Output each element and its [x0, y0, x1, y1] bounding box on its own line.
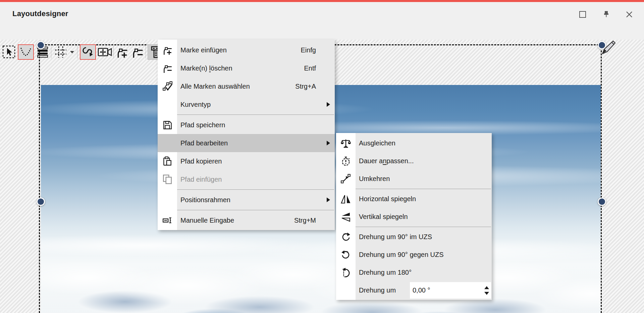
submenu-arrow-icon — [327, 197, 330, 202]
pfad-bearbeiten-submenu: Ausgleichen Dauer anpassen... Umkehren H… — [336, 133, 492, 300]
menu-item-label: Dauer anpassen... — [356, 157, 414, 165]
menu-item-label: Positionsrahmen — [177, 196, 230, 204]
maximize-button[interactable] — [578, 9, 588, 19]
scales-icon — [341, 138, 351, 148]
marker-add-button[interactable] — [115, 44, 129, 60]
camera-pan-button[interactable] — [97, 44, 113, 60]
chevron-down-icon — [70, 51, 74, 53]
menu-separator — [336, 226, 492, 228]
menu-item-pfad-kopieren[interactable]: Pfad kopieren — [158, 152, 335, 170]
grid-dropdown-button[interactable] — [68, 44, 76, 60]
reverse-path-icon — [341, 174, 351, 184]
pin-icon — [602, 10, 610, 18]
menu-shortcut: Strg+M — [294, 217, 316, 224]
save-icon — [162, 120, 172, 130]
toolbar: Zeitmarke: 0 s — [0, 21, 644, 40]
close-icon — [625, 10, 633, 18]
layoutdesigner-window: Layoutdesigner — [0, 0, 644, 313]
menu-separator — [158, 114, 335, 116]
keyframe-menu: Marke einfügen Einfg Marke(n) löschen En… — [158, 40, 335, 230]
marker-remove-icon — [162, 63, 172, 73]
close-button[interactable] — [624, 9, 634, 19]
menu-separator — [158, 188, 335, 191]
menu-item-label: Alle Marken auswählen — [177, 83, 250, 90]
menu-item-kurventyp[interactable]: Kurventyp — [158, 95, 335, 114]
window-title: Layoutdesigner — [12, 9, 68, 18]
stopwatch-icon — [341, 156, 351, 166]
copy-icon — [162, 156, 172, 166]
menu-item-label: Manuelle Eingabe — [177, 217, 234, 224]
spinner-down-icon[interactable] — [484, 292, 489, 295]
menu-item-label: Pfad speichern — [177, 121, 225, 129]
submenu-item-vertikal-spiegeln[interactable]: Vertikal spiegeln — [336, 208, 492, 226]
menu-item-label: Drehung um 180° — [356, 269, 412, 276]
marker-add-icon — [116, 46, 128, 58]
title-bar: Layoutdesigner — [0, 0, 644, 21]
menu-shortcut: Strg+A — [295, 83, 316, 90]
rotation-spinner[interactable] — [484, 282, 489, 299]
selection-handle-top-left[interactable] — [37, 41, 45, 49]
menu-item-pfad-einfuegen[interactable]: Pfad einfügen — [158, 170, 335, 188]
pin-button[interactable] — [601, 9, 611, 19]
submenu-item-drehung-180[interactable]: Drehung um 180° — [336, 264, 492, 281]
menu-item-pfad-bearbeiten[interactable]: Pfad bearbeiten — [158, 134, 335, 152]
menu-shortcut: Entf — [304, 64, 316, 72]
rotation-angle-value: 0,00 ° — [413, 286, 430, 294]
menu-item-label: Drehung um — [356, 286, 396, 294]
select-all-markers-icon — [162, 81, 172, 91]
submenu-item-umkehren[interactable]: Umkehren — [336, 170, 492, 188]
s-curve-tool-button[interactable] — [80, 44, 96, 60]
menu-item-positionsrahmen[interactable]: Positionsrahmen — [158, 191, 335, 209]
rotate-ccw-icon — [341, 250, 351, 260]
menu-separator — [158, 209, 335, 211]
toolbar-separator — [113, 46, 114, 58]
marker-remove-icon — [131, 46, 144, 58]
submenu-item-ausgleichen[interactable]: Ausgleichen — [336, 134, 492, 152]
submenu-item-dauer-anpassen[interactable]: Dauer anpassen... — [336, 152, 492, 170]
menu-item-label: Pfad einfügen — [177, 176, 222, 183]
grid-tool-button[interactable] — [53, 44, 68, 60]
grid-icon — [54, 45, 67, 59]
manual-input-icon — [162, 215, 172, 225]
s-curve-icon — [82, 46, 94, 58]
selection-handle-mid-right[interactable] — [598, 197, 606, 206]
toolbar-separator — [51, 46, 51, 58]
menu-item-label: Pfad bearbeiten — [177, 139, 228, 147]
toolbar-separator — [77, 46, 77, 58]
menu-shortcut: Einfg — [301, 46, 316, 54]
menu-item-label: Horizontal spiegeln — [356, 195, 416, 203]
marker-add-icon — [162, 45, 172, 55]
submenu-item-drehung-90-gegen-uzs[interactable]: Drehung um 90° gegen UZS — [336, 246, 492, 264]
pen-cursor-icon — [600, 39, 617, 56]
menu-item-label: Umkehren — [356, 175, 390, 183]
menu-item-alle-marken-auswaehlen[interactable]: Alle Marken auswählen Strg+A — [158, 77, 335, 95]
submenu-item-drehung-90-uzs[interactable]: Drehung um 90° im UZS — [336, 228, 492, 246]
selection-handle-mid-left[interactable] — [37, 197, 45, 206]
menu-item-label: Drehung um 90° gegen UZS — [356, 251, 444, 259]
menu-item-manuelle-eingabe[interactable]: Manuelle Eingabe Strg+M — [158, 211, 335, 229]
menu-item-label: Kurventyp — [177, 101, 211, 108]
curve-points-tool-button[interactable] — [18, 44, 34, 60]
menu-item-label: Marke(n) löschen — [177, 64, 232, 72]
menu-item-label: Ausgleichen — [356, 139, 395, 147]
rotate-180-icon — [341, 268, 351, 278]
rotation-angle-input[interactable]: 0,00 ° — [410, 282, 491, 299]
rubber-band-select-icon — [2, 45, 16, 59]
menu-item-label: Vertikal spiegeln — [356, 213, 408, 221]
menu-item-pfad-speichern[interactable]: Pfad speichern — [158, 116, 335, 134]
marker-remove-button[interactable] — [130, 44, 145, 60]
submenu-arrow-icon — [327, 102, 330, 107]
menu-item-marken-loeschen[interactable]: Marke(n) löschen Entf — [158, 59, 335, 77]
submenu-item-drehung-um-wert[interactable]: Drehung um 0,00 ° — [336, 281, 492, 299]
rubber-band-select-button[interactable] — [1, 44, 17, 60]
rotate-cw-icon — [341, 232, 351, 242]
menu-item-label: Drehung um 90° im UZS — [356, 233, 432, 241]
spinner-up-icon[interactable] — [484, 286, 489, 289]
menu-item-label: Marke einfügen — [177, 46, 227, 54]
camera-pan-icon — [98, 46, 112, 58]
submenu-item-horizontal-spiegeln[interactable]: Horizontal spiegeln — [336, 190, 492, 208]
toolbar-separator — [146, 46, 146, 58]
menu-item-marke-einfuegen[interactable]: Marke einfügen Einfg — [158, 41, 335, 59]
flip-vertical-icon — [341, 212, 351, 222]
flip-horizontal-icon — [341, 194, 351, 204]
